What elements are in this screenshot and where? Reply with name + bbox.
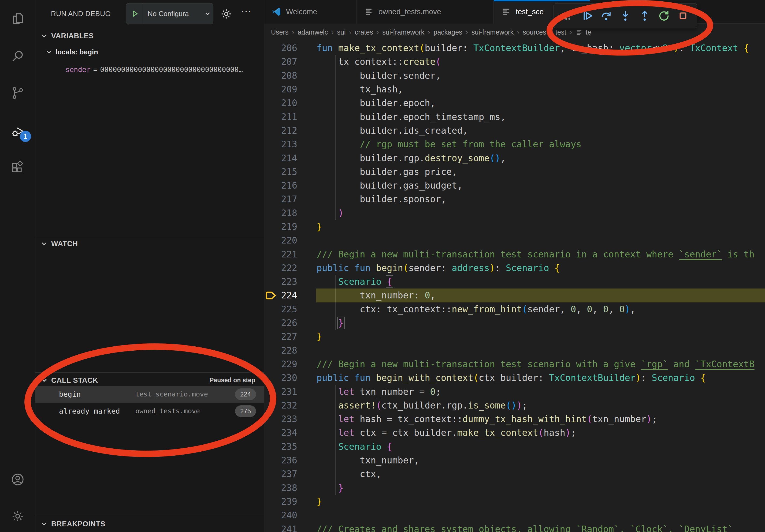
watch-section-header[interactable]: WATCH [35,237,264,251]
line-number[interactable]: 223 [264,276,297,287]
code-line-232[interactable]: 232 assert!(ctx_builder.rgp.is_some()); [264,399,765,412]
line-number[interactable]: 232 [264,400,297,411]
line-number[interactable]: 237 [264,469,297,479]
code-line-211[interactable]: 211 builder.epoch_timestamp_ms, [264,110,765,124]
code-line-233[interactable]: 233 let hash = tx_context::dummy_tx_hash… [264,412,765,426]
breakpoints-section-header[interactable]: BREAKPOINTS [35,517,264,531]
variables-section-header[interactable]: VARIABLES [35,29,264,43]
line-number[interactable]: 212 [264,126,297,136]
breadcrumb-file[interactable]: te [575,28,591,36]
tab-owned_tests-move[interactable]: owned_tests.move [357,0,494,24]
breadcrumb-item[interactable]: sui-framework [471,28,513,36]
source-control-icon[interactable] [11,86,25,100]
line-number[interactable]: 222 [264,263,297,273]
line-number[interactable]: 238 [264,483,297,493]
line-number[interactable]: 230 [264,373,297,383]
code-line-235[interactable]: 235 Scenario { [264,440,765,453]
line-number[interactable]: 233 [264,414,297,424]
line-number[interactable]: 240 [264,510,297,520]
debug-config-dropdown[interactable]: No Configura [126,3,213,24]
code-line-208[interactable]: 208 builder.sender, [264,69,765,83]
line-number[interactable]: 209 [264,84,297,95]
code-line-207[interactable]: 207 tx_context::create( [264,55,765,69]
code-line-240[interactable]: 240 [264,508,765,522]
code-line-234[interactable]: 234 let ctx = ctx_builder.make_tx_contex… [264,426,765,439]
breadcrumb-item[interactable]: crates [355,28,373,36]
code-line-218[interactable]: 218 ) [264,206,765,220]
line-number[interactable]: 227 [264,331,297,342]
tab-welcome[interactable]: Welcome [264,0,357,24]
code-line-209[interactable]: 209 tx_hash, [264,83,765,96]
line-number[interactable]: 213 [264,139,297,149]
breadcrumb-item[interactable]: sources [523,28,546,36]
code-line-221[interactable]: 221/// Begin a new multi-transaction tes… [264,247,765,261]
code-line-224[interactable]: 224 txn_number: 0, [264,289,765,302]
line-number[interactable]: 218 [264,208,297,218]
breadcrumb-item[interactable]: packages [434,28,462,36]
breadcrumb-item[interactable]: adamwelc [298,28,328,36]
code-line-210[interactable]: 210 builder.epoch, [264,96,765,110]
restart-icon[interactable] [656,8,671,23]
toolbar-drag-handle-icon[interactable] [560,8,575,23]
code-line-231[interactable]: 231 let txn_number = 0; [264,385,765,398]
code-line-220[interactable]: 220 [264,234,765,247]
line-number[interactable]: 208 [264,71,297,81]
code-line-238[interactable]: 238 } [264,481,765,495]
step-out-icon[interactable] [637,8,652,23]
extensions-icon[interactable] [11,160,25,174]
call-stack-frame-already_marked[interactable]: already_markedowned_tests.move275 [35,402,264,419]
code-line-237[interactable]: 237 ctx, [264,467,765,481]
settings-gear-icon[interactable] [11,509,25,523]
line-number[interactable]: 239 [264,496,297,507]
code-line-217[interactable]: 217 builder.sponsor, [264,192,765,206]
breadcrumb-item[interactable]: sui-framework [382,28,424,36]
breadcrumb-item[interactable]: Users [271,28,289,36]
code-line-212[interactable]: 212 builder.ids_created, [264,124,765,137]
variables-scope-row[interactable]: locals: begin [35,45,264,60]
search-icon[interactable] [11,49,25,63]
line-number[interactable]: 206 [264,43,297,53]
step-over-icon[interactable] [598,8,613,23]
line-number[interactable]: 241 [264,524,297,532]
line-number[interactable]: 226 [264,318,297,328]
code-line-214[interactable]: 214 builder.rgp.destroy_some(), [264,151,765,165]
line-number[interactable]: 221 [264,249,297,260]
variable-row[interactable]: sender = 0000000000000000000000000000000… [65,63,264,77]
line-number[interactable]: 228 [264,345,297,356]
line-number[interactable]: 211 [264,112,297,122]
start-debug-icon[interactable] [126,3,143,24]
line-number[interactable]: 210 [264,98,297,108]
code-line-241[interactable]: 241/// Creates and shares system objects… [264,522,765,532]
code-line-219[interactable]: 219} [264,220,765,234]
code-line-225[interactable]: 225 ctx: tx_context::new_from_hint(sende… [264,302,765,316]
stop-icon[interactable] [675,8,690,23]
line-number[interactable]: 214 [264,153,297,163]
code-line-227[interactable]: 227} [264,330,765,344]
debug-settings-gear-icon[interactable] [220,8,233,20]
line-number[interactable]: 216 [264,180,297,191]
account-icon[interactable] [11,472,25,486]
more-actions-icon[interactable]: ⋯ [241,5,254,18]
line-number[interactable]: 215 [264,166,297,177]
line-number[interactable]: 235 [264,441,297,452]
code-line-226[interactable]: 226 } [264,316,765,330]
line-number[interactable]: 236 [264,455,297,465]
call-stack-frame-begin[interactable]: begintest_scenario.move224 [35,386,264,402]
breadcrumb-item[interactable]: sui [337,28,346,36]
line-number[interactable]: 229 [264,359,297,370]
code-line-213[interactable]: 213 // rgp must be set from the caller a… [264,137,765,151]
line-number[interactable]: 220 [264,235,297,246]
code-line-229[interactable]: 229/// Begin a new multi-transaction tes… [264,357,765,371]
line-number[interactable]: 225 [264,304,297,315]
code-line-206[interactable]: 206fun make_tx_context(builder: TxContex… [264,41,765,55]
code-line-239[interactable]: 239} [264,495,765,508]
line-number[interactable]: 217 [264,194,297,204]
breadcrumb-item[interactable]: test [555,28,566,36]
line-number[interactable]: 219 [264,221,297,232]
code-line-228[interactable]: 228 [264,344,765,357]
code-line-216[interactable]: 216 builder.gas_budget, [264,179,765,192]
code-line-215[interactable]: 215 builder.gas_price, [264,165,765,179]
line-number[interactable]: 234 [264,427,297,438]
code-line-222[interactable]: 222public fun begin(sender: address): Sc… [264,261,765,275]
continue-icon[interactable] [579,8,594,23]
